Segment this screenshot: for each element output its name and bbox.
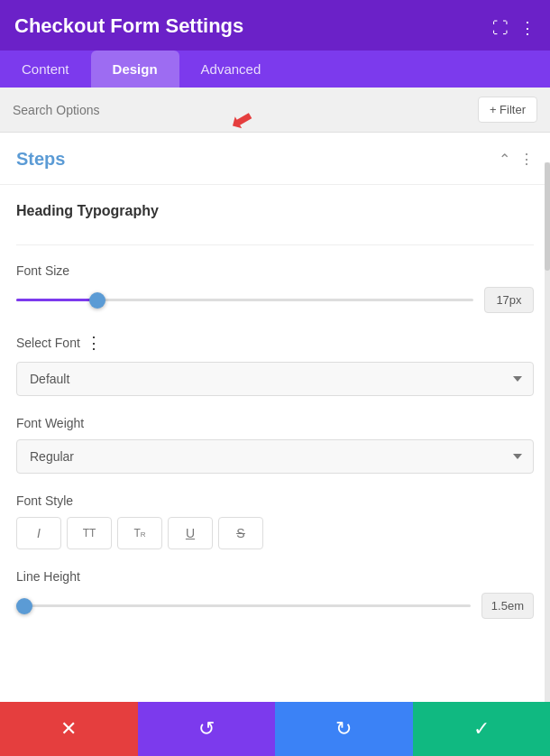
- font-weight-wrapper: Regular Bold Light Medium Semi-Bold: [16, 439, 534, 474]
- section-header: Steps ⌃ ⋮: [0, 133, 550, 185]
- line-height-label: Line Height: [16, 569, 534, 584]
- font-style-group: Font Style I TT Tr U S: [16, 493, 534, 549]
- tab-content[interactable]: Content: [0, 51, 91, 88]
- filter-button[interactable]: + Filter: [478, 97, 537, 123]
- font-size-label: Font Size: [16, 263, 534, 278]
- font-style-buttons: I TT Tr U S: [16, 517, 534, 549]
- font-weight-label: Font Weight: [16, 416, 534, 430]
- more-menu-icon[interactable]: ⋮: [519, 18, 536, 38]
- bottom-bar: ✕ ↺ ↻ ✓: [0, 702, 550, 756]
- capitalize-button[interactable]: Tr: [117, 517, 162, 549]
- undo-button[interactable]: ↺: [138, 702, 276, 756]
- header-icons: ⛶ ⋮: [492, 14, 536, 38]
- select-font-group: Select Font ⋮ Default Arial Georgia Helv…: [16, 333, 534, 396]
- font-weight-dropdown[interactable]: Regular Bold Light Medium Semi-Bold: [16, 439, 534, 474]
- section-controls: ⌃ ⋮: [499, 151, 534, 168]
- header: Checkout Form Settings ⛶ ⋮: [0, 0, 550, 51]
- main-content: Steps ⌃ ⋮ Heading Typography Font Size 1…: [0, 133, 550, 726]
- search-input[interactable]: [13, 103, 478, 117]
- section-title: Steps: [16, 149, 65, 170]
- select-font-dropdown[interactable]: Default Arial Georgia Helvetica Times Ne…: [16, 362, 534, 396]
- content-body: Heading Typography Font Size 17px Select…: [0, 185, 550, 657]
- font-options-icon[interactable]: ⋮: [86, 333, 102, 353]
- uppercase-button[interactable]: TT: [67, 517, 112, 549]
- search-bar: + Filter: [0, 88, 550, 133]
- font-size-slider-track: [16, 299, 473, 301]
- section-menu-icon[interactable]: ⋮: [519, 151, 534, 168]
- line-height-value[interactable]: 1.5em: [481, 593, 534, 619]
- tab-advanced[interactable]: Advanced: [179, 51, 283, 88]
- screen-icon[interactable]: ⛶: [492, 19, 509, 38]
- line-height-slider-track: [16, 604, 471, 607]
- font-style-label: Font Style: [16, 493, 534, 508]
- font-size-value[interactable]: 17px: [484, 287, 534, 313]
- page-title: Checkout Form Settings: [14, 14, 243, 51]
- collapse-icon[interactable]: ⌃: [499, 151, 510, 168]
- select-font-wrapper: Default Arial Georgia Helvetica Times Ne…: [16, 362, 534, 396]
- strikethrough-button[interactable]: S: [218, 517, 263, 549]
- font-size-slider-row: 17px: [16, 287, 534, 313]
- font-size-slider-container[interactable]: [16, 291, 473, 309]
- tab-design[interactable]: Design: [91, 51, 179, 88]
- font-size-slider-thumb[interactable]: [89, 292, 105, 309]
- font-size-slider-fill: [16, 299, 98, 301]
- italic-button[interactable]: I: [16, 517, 61, 549]
- heading-typography-title: Heading Typography: [16, 203, 534, 226]
- save-button[interactable]: ✓: [413, 702, 551, 756]
- line-height-slider-container[interactable]: [16, 597, 471, 615]
- redo-button[interactable]: ↻: [275, 702, 413, 756]
- line-height-group: Line Height 1.5em: [16, 569, 534, 619]
- scroll-thumb[interactable]: [545, 162, 550, 271]
- underline-button[interactable]: U: [168, 517, 213, 549]
- line-height-slider-row: 1.5em: [16, 593, 534, 619]
- font-weight-group: Font Weight Regular Bold Light Medium Se…: [16, 416, 534, 474]
- line-height-slider-thumb[interactable]: [16, 598, 32, 614]
- font-size-group: Font Size 17px: [16, 263, 534, 313]
- scrollbar[interactable]: [545, 162, 550, 702]
- divider-1: [16, 244, 534, 245]
- select-font-label: Select Font ⋮: [16, 333, 534, 353]
- tabs: Content Design Advanced: [0, 51, 550, 88]
- cancel-button[interactable]: ✕: [0, 702, 138, 756]
